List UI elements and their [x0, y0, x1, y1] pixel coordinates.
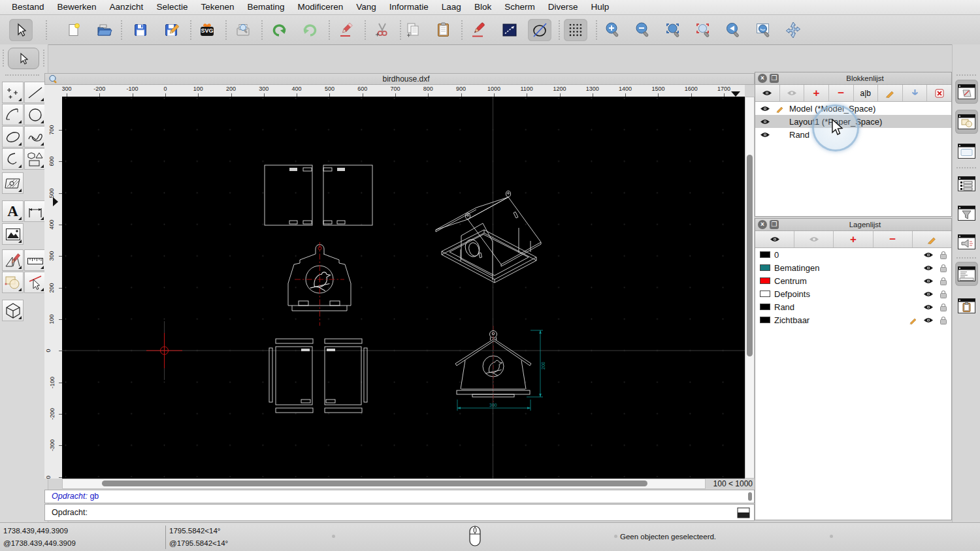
zoom-selection-button[interactable] [691, 19, 715, 41]
pointer-button[interactable] [9, 19, 33, 41]
eye-icon[interactable] [923, 264, 934, 272]
detach-icon[interactable]: ❐ [770, 220, 779, 229]
points-tool-button[interactable] [2, 82, 24, 103]
zoom-previous-button[interactable] [721, 19, 745, 41]
menu-selectie[interactable]: Selectie [150, 0, 194, 14]
polyline-tool-button[interactable] [2, 148, 24, 170]
command-history[interactable]: Opdracht: gb [44, 490, 755, 503]
close-icon[interactable]: × [758, 74, 767, 83]
region-select-tool-button[interactable] [2, 272, 24, 293]
copy-button[interactable] [402, 19, 425, 41]
delete-block-button[interactable] [927, 85, 951, 101]
lock-icon[interactable] [939, 290, 947, 298]
menu-bestand[interactable]: Bestand [5, 0, 51, 14]
eye-icon[interactable] [923, 251, 934, 259]
redo-button[interactable] [298, 19, 321, 41]
lock-icon[interactable] [939, 277, 947, 285]
eye-icon[interactable] [923, 317, 934, 324]
line-tool-button[interactable] [24, 82, 46, 103]
menu-laag[interactable]: Laag [435, 0, 468, 14]
hide-all-blocks-button[interactable] [780, 85, 805, 101]
spline-tool-button[interactable] [24, 126, 46, 148]
remove-block-button[interactable]: − [829, 85, 854, 101]
text-tool-button[interactable]: A [2, 200, 24, 222]
command-window-button[interactable] [737, 507, 750, 518]
ellipse-tool-button[interactable] [2, 126, 24, 148]
edit-layer-button[interactable] [913, 231, 951, 247]
h-scroll-thumb[interactable] [102, 480, 647, 486]
canvas-horizontal-scrollbar[interactable] [62, 479, 706, 489]
menu-scherm[interactable]: Scherm [498, 0, 542, 14]
command-panel-button[interactable] [955, 262, 978, 286]
zoom-in-button[interactable] [601, 19, 625, 41]
arc-tool-button[interactable] [2, 104, 24, 125]
undo-button[interactable] [268, 19, 291, 41]
preview-panel-button[interactable] [955, 139, 978, 163]
layer-row-centrum[interactable]: Centrum [755, 274, 951, 287]
announce-panel-button[interactable] [955, 230, 978, 254]
menu-informatie[interactable]: Informatie [383, 0, 435, 14]
svg-export-button[interactable]: SVG [195, 19, 219, 41]
filter-panel-button[interactable] [955, 201, 978, 225]
eye-icon[interactable] [923, 304, 934, 311]
grid-toggle-button[interactable] [564, 19, 587, 41]
print-preview-button[interactable] [231, 19, 255, 41]
edit-block-button[interactable] [878, 85, 903, 101]
remove-layer-button[interactable]: − [874, 231, 913, 247]
circle-slash-button[interactable] [528, 19, 551, 41]
shapes-panel-button[interactable] [955, 110, 978, 134]
cut-button[interactable] [370, 19, 394, 41]
canvas-vertical-scrollbar[interactable] [745, 97, 755, 479]
pen-button[interactable] [467, 19, 491, 41]
save-as-button[interactable] [159, 19, 183, 41]
show-all-layers-button[interactable] [755, 231, 794, 247]
draft-tool-button[interactable] [2, 249, 24, 271]
history-scroll-thumb[interactable] [748, 492, 752, 501]
clipboard-panel-button[interactable] [955, 294, 978, 318]
zoom-out-button[interactable] [631, 19, 655, 41]
add-block-button[interactable]: + [804, 85, 829, 101]
drawing-canvas[interactable]: 200 300 [62, 97, 745, 479]
detach-icon[interactable]: ❐ [770, 74, 779, 83]
zoom-window-button[interactable] [751, 19, 775, 41]
layer-row-bematingen[interactable]: Bematingen [755, 261, 951, 274]
menu-bewerken[interactable]: Bewerken [51, 0, 103, 14]
menu-aanzicht[interactable]: Aanzicht [103, 0, 150, 14]
insert-block-button[interactable] [903, 85, 928, 101]
lock-icon[interactable] [939, 316, 947, 324]
lock-icon[interactable] [939, 303, 947, 311]
layer-row-rand[interactable]: Rand [755, 300, 951, 313]
new-file-button[interactable] [62, 19, 86, 41]
eraser-button[interactable] [335, 19, 358, 41]
measure-tool-button[interactable] [24, 249, 46, 271]
layer-row-zichtbaar[interactable]: Zichtbaar [755, 313, 951, 326]
lock-icon[interactable] [939, 251, 947, 259]
select-tool-button[interactable] [8, 48, 39, 69]
eye-icon[interactable] [923, 277, 934, 285]
close-icon[interactable]: × [758, 220, 767, 229]
menu-hulp[interactable]: Hulp [584, 0, 615, 14]
add-layer-button[interactable]: + [834, 231, 873, 247]
open-file-button[interactable] [93, 19, 116, 41]
menu-tekenen[interactable]: Tekenen [194, 0, 240, 14]
pen-settings-panel-button[interactable] [955, 80, 978, 104]
menu-modificeren[interactable]: Modificeren [291, 0, 350, 14]
show-all-blocks-button[interactable] [755, 85, 780, 101]
hide-all-layers-button[interactable] [794, 231, 834, 247]
shapes-tool-button[interactable] [24, 148, 46, 170]
menu-diverse[interactable]: Diverse [542, 0, 585, 14]
eye-icon[interactable] [760, 131, 770, 138]
solid-3d-tool-button[interactable] [2, 300, 24, 321]
eye-icon[interactable] [760, 118, 770, 125]
pan-button[interactable] [781, 19, 805, 41]
list-panel-button[interactable] [955, 172, 978, 196]
image-tool-button[interactable] [2, 223, 24, 245]
layer-row-0[interactable]: 0 [755, 248, 951, 261]
document-title-bar[interactable]: birdhouse.dxf [44, 73, 755, 85]
menu-blok[interactable]: Blok [468, 0, 498, 14]
layer-row-defpoints[interactable]: Defpoints [755, 287, 951, 300]
menu-bemating[interactable]: Bemating [240, 0, 291, 14]
circle-tool-button[interactable] [24, 104, 46, 125]
command-input[interactable] [90, 507, 737, 518]
hatch-tool-button[interactable] [2, 172, 24, 194]
